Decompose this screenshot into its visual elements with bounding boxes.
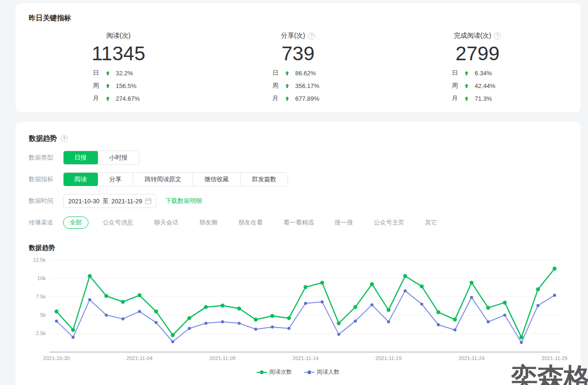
tab-jump-original[interactable]: 跳转阅读原文	[133, 173, 193, 186]
percent-value: 677.89%	[295, 95, 324, 102]
channel-pills: 全部 公众号消息 聊天会话 朋友圈 朋友在看 看一看精选 搜一搜 公众号主页 其…	[63, 217, 451, 229]
trend-title: 数据趋势	[29, 134, 57, 143]
legend-readers-icon	[304, 370, 314, 374]
metric-completed-reads-label: 完成阅读(次)	[454, 32, 491, 40]
channel-chat-session[interactable]: 聊天会话	[147, 217, 185, 228]
period-label: 日	[451, 69, 459, 77]
filter-row-data-metric: 数据指标 阅读 分享 跳转阅读原文 微信收藏 群发篇数	[29, 172, 567, 186]
tab-wechat-favorite[interactable]: 微信收藏	[193, 173, 240, 186]
metric-reads-day-row: 日 32.2%	[29, 69, 208, 77]
up-arrow-icon	[105, 83, 110, 88]
metric-shares-month-row: 月 677.89%	[208, 94, 387, 103]
date-end: 2021-11-29	[112, 198, 143, 205]
up-arrow-icon	[464, 71, 469, 76]
tab-hourly-report[interactable]: 小时报	[97, 151, 139, 164]
svg-text:2021-11-04: 2021-11-04	[127, 355, 153, 361]
metric-shares-week-row: 周 356.17%	[208, 81, 387, 90]
up-arrow-icon	[464, 83, 469, 88]
data-type-tab-group: 日报 小时报	[63, 151, 139, 165]
period-label: 月	[272, 94, 279, 103]
metric-reads-value: 11345	[29, 43, 208, 64]
svg-text:7.5k: 7.5k	[36, 294, 46, 299]
up-arrow-icon	[285, 83, 290, 88]
svg-text:2021-11-29: 2021-11-29	[541, 355, 567, 361]
channel-friends-reading[interactable]: 朋友在看	[232, 217, 269, 228]
metric-reads: 阅读(次) 11345 日 32.2% 周 156.5% 月 274.67%	[29, 31, 208, 103]
period-label: 月	[92, 94, 100, 103]
date-start: 2021-10-30	[68, 198, 100, 205]
svg-text:2021-11-14: 2021-11-14	[292, 355, 318, 361]
tab-broadcast-count[interactable]: 群发篇数	[240, 173, 288, 186]
metric-reads-label: 阅读(次)	[106, 32, 130, 40]
tab-daily-report[interactable]: 日报	[63, 151, 98, 165]
channel-label: 传播渠道	[29, 218, 63, 227]
metric-shares: 分享(次) ? 739 日 86.62% 周 356.17% 月 677.89%	[208, 31, 387, 103]
period-label: 日	[272, 69, 279, 77]
svg-text:5k: 5k	[40, 312, 46, 318]
watermark-logo: 奕森格	[511, 364, 588, 385]
help-icon[interactable]: ?	[494, 32, 501, 40]
period-label: 周	[92, 81, 100, 90]
trend-chart: 2.5k5k7.5k10k12.5k2021-10-302021-11-0420…	[29, 255, 567, 367]
channel-account-homepage[interactable]: 公众号主页	[367, 217, 411, 228]
up-arrow-icon	[105, 71, 110, 76]
channel-other[interactable]: 其它	[419, 217, 444, 228]
channel-all[interactable]: 全部	[63, 217, 89, 229]
metric-completed-reads-value: 2799	[388, 43, 567, 64]
data-metric-label: 数据指标	[29, 175, 63, 184]
up-arrow-icon	[464, 96, 469, 101]
percent-value: 156.5%	[116, 82, 145, 89]
metric-reads-month-row: 月 274.67%	[29, 94, 208, 103]
legend-readers-label: 阅读人数	[317, 368, 339, 376]
percent-value: 42.44%	[475, 82, 504, 89]
filter-row-data-time: 数据时间 2021-10-30 至 2021-11-29 下载数据明细	[29, 194, 567, 208]
legend-reads-icon	[257, 370, 267, 374]
metric-shares-day-row: 日 86.62%	[208, 69, 387, 77]
key-metrics-title: 昨日关键指标	[29, 14, 71, 23]
data-trend-card: 数据趋势 ? 数据类型 日报 小时报 数据指标 阅读 分享 跳转阅读原文 微信收…	[16, 122, 580, 385]
channel-search[interactable]: 搜一搜	[328, 217, 360, 228]
tab-read[interactable]: 阅读	[63, 172, 98, 186]
metric-shares-value: 739	[208, 43, 387, 64]
svg-text:10k: 10k	[37, 275, 46, 281]
channel-top-stories[interactable]: 看一看精选	[277, 217, 321, 228]
up-arrow-icon	[285, 96, 290, 101]
channel-official-account-message[interactable]: 公众号消息	[96, 217, 140, 228]
period-label: 周	[272, 81, 279, 90]
data-time-label: 数据时间	[29, 197, 63, 205]
period-label: 周	[451, 81, 459, 90]
data-metric-tab-group: 阅读 分享 跳转阅读原文 微信收藏 群发篇数	[63, 172, 288, 186]
metric-completed-month-row: 月 71.3%	[388, 94, 567, 103]
percent-value: 71.3%	[475, 95, 504, 102]
metric-completed-week-row: 周 42.44%	[388, 81, 567, 90]
percent-value: 274.67%	[116, 95, 145, 102]
legend-item-readers[interactable]: 阅读人数	[304, 368, 339, 376]
svg-text:2021-10-30: 2021-10-30	[43, 355, 70, 361]
filter-row-channel: 传播渠道 全部 公众号消息 聊天会话 朋友圈 朋友在看 看一看精选 搜一搜 公众…	[29, 216, 567, 230]
metric-completed-day-row: 日 6.34%	[388, 69, 567, 77]
help-icon[interactable]: ?	[61, 135, 68, 142]
chart-legend: 阅读次数 阅读人数	[29, 368, 567, 376]
data-type-label: 数据类型	[29, 153, 63, 162]
percent-value: 32.2%	[116, 70, 145, 77]
svg-text:2021-11-19: 2021-11-19	[376, 355, 402, 361]
filter-row-data-type: 数据类型 日报 小时报	[29, 151, 567, 165]
metric-reads-week-row: 周 156.5%	[29, 81, 208, 90]
up-arrow-icon	[105, 96, 110, 101]
metrics-row: 阅读(次) 11345 日 32.2% 周 156.5% 月 274.67% 分…	[29, 31, 567, 103]
help-icon[interactable]: ?	[308, 32, 315, 40]
svg-text:12.5k: 12.5k	[33, 257, 46, 263]
percent-value: 86.62%	[295, 70, 324, 77]
channel-moments[interactable]: 朋友圈	[193, 217, 224, 228]
percent-value: 6.34%	[475, 70, 504, 77]
period-label: 月	[451, 94, 459, 103]
date-range-picker[interactable]: 2021-10-30 至 2021-11-29	[63, 194, 157, 208]
yesterday-key-metrics-card: 昨日关键指标 阅读(次) 11345 日 32.2% 周 156.5% 月 27…	[16, 3, 580, 112]
trend-chart-svg[interactable]: 2.5k5k7.5k10k12.5k2021-10-302021-11-0420…	[29, 255, 567, 365]
svg-text:2.5k: 2.5k	[36, 330, 46, 336]
download-data-detail-link[interactable]: 下载数据明细	[165, 197, 202, 205]
tab-share[interactable]: 分享	[97, 173, 133, 186]
legend-item-reads[interactable]: 阅读次数	[257, 368, 292, 376]
period-label: 日	[92, 69, 100, 77]
percent-value: 356.17%	[295, 82, 324, 89]
